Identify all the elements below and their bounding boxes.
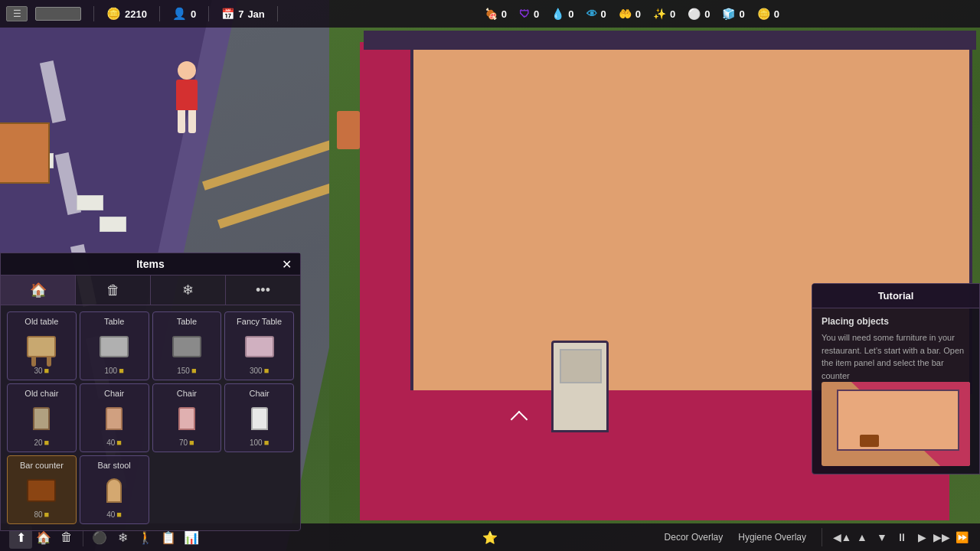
items-panel-header: Items ✕ xyxy=(1,253,300,276)
item-chair-1[interactable]: Chair 40 ■ xyxy=(80,383,149,452)
resource-water: 💧 0 xyxy=(551,8,573,20)
item-chair-pink-cost: 70 ■ xyxy=(179,438,194,447)
item-old-chair-cost: 20 ■ xyxy=(34,438,49,447)
item-chair-1-icon xyxy=(106,401,122,436)
items-panel-close-button[interactable]: ✕ xyxy=(279,256,294,272)
bottom-center: ⭐ xyxy=(479,526,501,549)
item-fancy-table-icon xyxy=(245,329,274,364)
item-table-gray[interactable]: Table 100 ■ xyxy=(80,311,149,380)
hud-left: ☰ xyxy=(6,6,81,21)
item-table-gray-cost: 100 ■ xyxy=(104,366,123,375)
workers-display: 👤 0 xyxy=(172,7,196,21)
balance-display: 🪙 2210 xyxy=(106,7,147,21)
pause-button[interactable]: ⏸ xyxy=(893,528,911,546)
tutorial-minimap xyxy=(822,382,970,466)
building-parapet xyxy=(364,31,976,50)
top-hud: ☰ 🪙 2210 👤 0 📅 7 Jan 🍖 0 🛡 0 💧 0 👁 xyxy=(0,0,980,28)
resource-hygiene: ⚪ 0 xyxy=(688,8,710,20)
hygiene-overlay-button[interactable]: Hygiene Overlay xyxy=(733,530,811,544)
character xyxy=(176,61,198,133)
play-controls: ◀▲ ▲ ▼ ⏸ ▶ ▶▶ ⏩ xyxy=(833,528,971,546)
resource-food: 🍖 0 xyxy=(485,8,507,20)
tutorial-subtitle: Placing objects xyxy=(822,316,970,327)
bottom-right: Decor Overlay Hygiene Overlay ◀▲ ▲ ▼ ⏸ ▶… xyxy=(660,528,971,546)
tab-more[interactable]: ••• xyxy=(226,276,300,305)
tutorial-body: Placing objects You will need some furni… xyxy=(812,308,979,474)
item-chair-pink-label: Chair xyxy=(177,389,197,398)
item-bar-stool-icon xyxy=(106,473,122,508)
tutorial-panel: Tutorial Placing objects You will need s… xyxy=(812,283,980,474)
items-tabs: 🏠 🗑 ❄ ••• xyxy=(1,276,300,305)
play-prev-button[interactable]: ◀▲ xyxy=(833,528,851,546)
more-icon: ••• xyxy=(256,282,270,298)
item-bar-counter-cost: 80 ■ xyxy=(34,510,49,519)
item-bar-counter[interactable]: Bar counter 80 ■ xyxy=(7,455,77,524)
resource-decor: ✨ 0 xyxy=(653,8,675,20)
hud-resources: 🍖 0 🛡 0 💧 0 👁 0 🤲 0 ✨ 0 ⚪ 0 🧊 0 xyxy=(290,8,974,20)
tutorial-header: Tutorial xyxy=(812,284,979,308)
workers-value: 0 xyxy=(191,8,196,20)
tutorial-title: Tutorial xyxy=(878,290,914,302)
sidewalk-box-4 xyxy=(100,217,126,232)
item-chair-pink[interactable]: Chair 70 ■ xyxy=(152,383,222,452)
item-chair-white-label: Chair xyxy=(249,389,269,398)
date-display: 📅 7 Jan xyxy=(221,8,265,20)
resource-sight: 👁 0 xyxy=(586,8,606,20)
tab-trash[interactable]: 🗑 xyxy=(76,276,151,305)
item-bar-counter-icon xyxy=(27,473,56,508)
workers-icon: 👤 xyxy=(172,7,187,21)
door-window xyxy=(560,349,602,383)
item-bar-stool-cost: 40 ■ xyxy=(106,510,122,519)
char-leg-right xyxy=(188,110,196,133)
building-door xyxy=(551,341,609,432)
item-old-chair[interactable]: Old chair 20 ■ xyxy=(7,383,77,452)
speed-up-button[interactable]: ▲ xyxy=(853,528,871,546)
sidewalk-box-3 xyxy=(77,195,103,210)
speed-down-button[interactable]: ▼ xyxy=(873,528,891,546)
char-leg-left xyxy=(178,110,185,133)
fast-forward-button[interactable]: ▶▶ xyxy=(933,528,951,546)
item-table-gray-label: Table xyxy=(104,317,124,326)
item-bar-counter-label: Bar counter xyxy=(20,461,64,470)
resource-service: 🤲 0 xyxy=(619,8,641,20)
tab-climate[interactable]: ❄ xyxy=(151,276,226,305)
item-chair-white[interactable]: Chair 100 ■ xyxy=(224,383,294,452)
decor-overlay-button[interactable]: Decor Overlay xyxy=(660,530,728,544)
resource-temp: 🧊 0 xyxy=(722,8,744,20)
small-building xyxy=(0,122,50,184)
street-decor xyxy=(337,111,360,149)
item-old-table-cost: 30 ■ xyxy=(34,366,49,375)
item-chair-white-cost: 100 ■ xyxy=(250,438,269,447)
items-panel-title: Items xyxy=(136,258,165,270)
bottom-sep-2 xyxy=(822,528,822,546)
tab-furniture[interactable]: 🏠 xyxy=(1,276,76,305)
item-bar-stool[interactable]: Bar stool 40 ■ xyxy=(80,455,149,524)
char-head xyxy=(178,61,196,80)
char-body xyxy=(176,80,198,110)
menu-button[interactable]: ☰ xyxy=(6,6,28,21)
play-button[interactable]: ▶ xyxy=(913,528,931,546)
item-fancy-table[interactable]: Fancy Table 300 ■ xyxy=(224,311,294,380)
item-old-table[interactable]: Old table 30 ■ xyxy=(7,311,77,380)
item-old-chair-icon xyxy=(33,401,50,436)
item-old-table-icon xyxy=(27,329,56,364)
favorite-button[interactable]: ⭐ xyxy=(479,526,501,549)
items-panel: Items ✕ 🏠 🗑 ❄ ••• Old table 30 ■ xyxy=(0,253,301,531)
item-table-dark-icon xyxy=(172,329,201,364)
date-month: Jan xyxy=(247,8,264,20)
date-num: 7 xyxy=(238,8,243,20)
resource-security: 🛡 0 xyxy=(519,8,539,20)
item-chair-1-label: Chair xyxy=(104,389,124,398)
item-fancy-table-label: Fancy Table xyxy=(237,317,282,326)
item-table-dark[interactable]: Table 150 ■ xyxy=(152,311,222,380)
furniture-icon: 🏠 xyxy=(30,282,47,298)
item-table-dark-cost: 150 ■ xyxy=(177,366,196,375)
item-fancy-table-cost: 300 ■ xyxy=(250,366,269,375)
balance-value: 2210 xyxy=(125,8,147,20)
item-chair-white-icon xyxy=(251,401,268,436)
coin-icon: 🪙 xyxy=(106,7,121,21)
minimap-floor xyxy=(837,390,959,451)
items-grid: Old table 30 ■ Table 100 ■ Table xyxy=(1,305,300,530)
item-old-chair-label: Old chair xyxy=(24,389,58,398)
skip-button[interactable]: ⏩ xyxy=(952,528,971,546)
